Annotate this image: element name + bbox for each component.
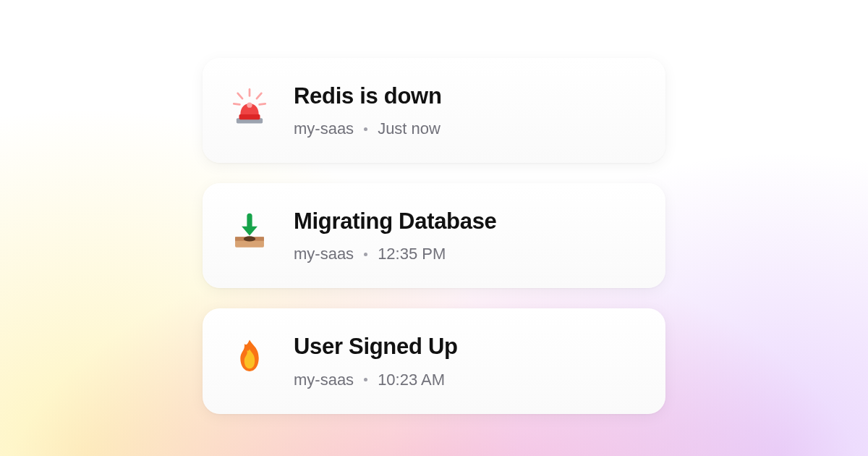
svg-line-3 [238, 93, 242, 98]
meta-separator-dot [364, 378, 367, 381]
notification-time: 10:23 AM [378, 371, 445, 389]
fire-icon [229, 336, 271, 378]
notification-card[interactable]: Redis is down my-saas Just now [203, 58, 665, 163]
notification-list: Redis is down my-saas Just now Migrating… [203, 58, 665, 414]
svg-point-10 [244, 237, 255, 242]
notification-meta: my-saas 12:35 PM [294, 245, 637, 263]
notification-project: my-saas [294, 245, 354, 263]
notification-meta: my-saas 10:23 AM [294, 371, 637, 389]
notification-meta: my-saas Just now [294, 119, 637, 138]
meta-separator-dot [364, 253, 367, 256]
notification-project: my-saas [294, 119, 354, 138]
notification-title: Migrating Database [294, 208, 637, 235]
meta-separator-dot [364, 127, 367, 131]
notification-time: 12:35 PM [378, 245, 446, 263]
notification-card[interactable]: User Signed Up my-saas 10:23 AM [203, 308, 665, 413]
notification-title: Redis is down [294, 83, 637, 109]
svg-line-6 [260, 104, 265, 104]
notification-content: User Signed Up my-saas 10:23 AM [294, 333, 637, 389]
inbox-arrow-icon [229, 211, 271, 253]
notification-content: Migrating Database my-saas 12:35 PM [294, 208, 637, 263]
svg-line-4 [257, 93, 261, 98]
notification-title: User Signed Up [294, 333, 637, 360]
notification-time: Just now [378, 119, 441, 138]
notification-content: Redis is down my-saas Just now [294, 83, 637, 138]
siren-icon [229, 85, 271, 127]
svg-line-5 [234, 104, 239, 104]
notification-card[interactable]: Migrating Database my-saas 12:35 PM [203, 183, 665, 288]
notification-project: my-saas [294, 371, 354, 389]
svg-point-7 [247, 103, 252, 108]
svg-rect-1 [239, 114, 260, 119]
